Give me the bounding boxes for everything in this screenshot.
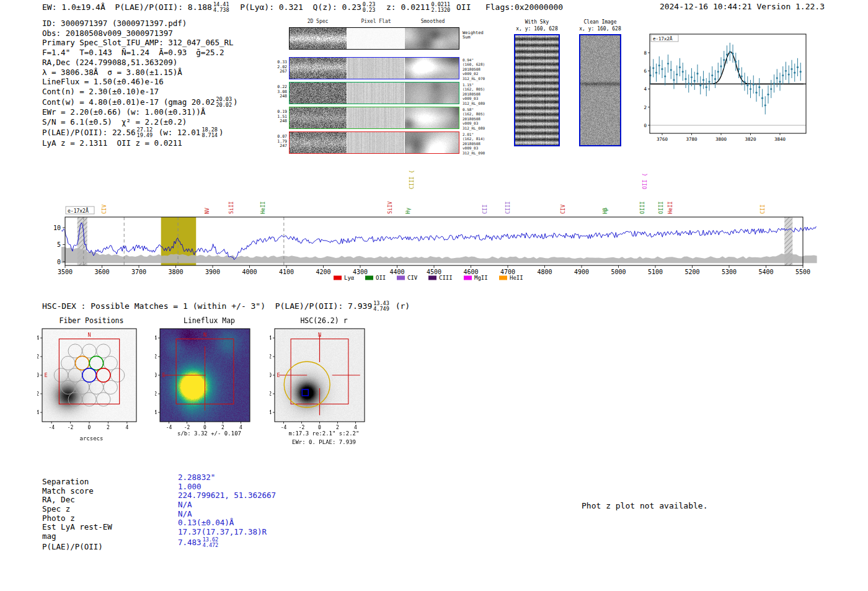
x-tick-label: 4400 xyxy=(389,269,404,275)
text-segment: P(LAE)/P(OII): 22.56 xyxy=(42,128,136,137)
text-segment: LineFlux = 1.50(±0.46)e-16 xyxy=(42,77,164,86)
data-point xyxy=(717,71,719,73)
data-point xyxy=(743,81,745,82)
text-segment: EW: 1.0±19.4Å P(LAE)/P(OII): 8.188 xyxy=(42,2,212,12)
div-shape: v009_02 xyxy=(463,71,485,76)
text-segment: Obs: 20180508v009_3000971397 xyxy=(42,29,173,38)
data-point xyxy=(655,72,657,74)
text-segment: S/N = 6.1(±0.5) χ² = 2.2(±0.2) xyxy=(42,117,187,127)
legend-swatch xyxy=(499,276,507,280)
clean-image-coords: x, y: 160, 628 xyxy=(574,25,626,32)
x-tick-label: -4 xyxy=(166,425,172,430)
data-point xyxy=(691,76,693,78)
fiber-positions-overlay: -4-2024-4-2024NE xyxy=(37,316,146,450)
emission-line-label: CIII xyxy=(505,202,511,214)
legend-swatch xyxy=(428,276,436,280)
text-segment: Cont(n) = 2.30(±0.10)e-17 xyxy=(42,87,159,96)
cutout-2dspec-image xyxy=(290,28,347,49)
info-line-5: λ = 3806.38Å σ = 3.80(±1.15)Å xyxy=(42,68,238,78)
div-shape: v009_03 xyxy=(463,96,485,100)
x-tick-label: 2 xyxy=(221,425,224,430)
match-value: 7.48313.624.472 xyxy=(178,538,219,547)
cutout-pixelflat-image xyxy=(347,58,404,79)
2d-spec-cutout-grid: 2D SpecPixel FlatSmoothedWeightedSum0.33… xyxy=(273,17,496,160)
full-spectrum-plot: 3500360037003800390040004100420043004400… xyxy=(0,164,868,288)
text-segment: 17.37(17.37,17.38)R xyxy=(178,527,267,536)
fiber-circle xyxy=(68,344,82,358)
info-line-1: Obs: 20180508v009_3000971397 xyxy=(42,29,238,38)
hsc-cutout-panel: HSC(26.2) r -4-2024-4-2024NE m:17.3 re:2… xyxy=(270,316,378,459)
div-shape: 20180508 xyxy=(463,67,485,71)
match-label: Est LyA rest-EW xyxy=(42,523,178,532)
axes-box xyxy=(42,329,136,422)
cutout-pixelflat-image xyxy=(347,82,404,104)
legend-label: CIV xyxy=(407,275,418,281)
text-segment: 224.799621, 51.362667 xyxy=(178,491,276,500)
data-point xyxy=(684,78,686,80)
clean-image-title: Clean Image xyxy=(574,19,626,25)
fiber-circle xyxy=(110,368,124,382)
emission-line-label: CII xyxy=(760,205,766,214)
legend-swatch xyxy=(464,276,472,280)
x-tick-label: 3500 xyxy=(58,269,73,275)
legend-label: HeII xyxy=(510,275,523,281)
x-tick-label: 5200 xyxy=(684,269,699,275)
x-tick-label: 5100 xyxy=(648,269,663,275)
info-line-10: S/N = 6.1(±0.5) χ² = 2.2(±0.2) xyxy=(42,117,238,127)
div-shape: 312_RL_089 xyxy=(463,101,485,105)
div-shape: 312_RL_090 xyxy=(463,151,485,155)
cutout-left-labels: 0.191.51248 xyxy=(273,110,287,124)
data-point xyxy=(773,82,775,84)
x-tick-label: 3840 xyxy=(774,136,786,142)
x-tick-label: 2 xyxy=(107,425,110,430)
fiber-positions-xlabel: arcsecs xyxy=(37,435,146,442)
emission-line-label: OIII xyxy=(658,202,664,214)
data-point xyxy=(696,73,698,74)
x-tick-label: 4 xyxy=(354,425,357,430)
span-shape: 4.749 xyxy=(373,306,389,312)
x-tick-label: -2 xyxy=(184,425,190,430)
div-shape: v009_03 xyxy=(463,121,485,125)
highlight-fiber-circle xyxy=(82,368,96,382)
div-shape: (162, 805) xyxy=(463,87,485,91)
x-tick-label: 0 xyxy=(318,425,321,430)
emission-line-label: NV xyxy=(204,208,210,214)
fiber-circle xyxy=(104,356,117,370)
data-point xyxy=(782,74,784,76)
data-point xyxy=(767,94,769,96)
div-shape: 248 xyxy=(273,119,287,124)
cutout-2dspec-image xyxy=(290,82,347,104)
data-point xyxy=(758,86,760,88)
cutout-pixelflat-image xyxy=(347,132,404,153)
x-tick-label: 3820 xyxy=(745,136,756,142)
y-tick-label: 4 xyxy=(155,335,157,341)
x-tick-label: 3800 xyxy=(168,269,183,275)
div-shape: 2.01" xyxy=(463,132,485,136)
text-segment: HSC-DEX : Possible Matches = 1 (within +… xyxy=(42,301,372,311)
cutout-row-3 xyxy=(289,107,459,129)
match-label: Spec z xyxy=(42,505,178,514)
y-tick-label: 4 xyxy=(270,335,272,341)
div-shape: (162, 805) xyxy=(463,112,485,116)
info-line-11: P(LAE)/P(OII): 22.5627.1219.49 (w: 12.01… xyxy=(42,127,238,138)
match-value: 2.28832" xyxy=(178,473,215,482)
div-shape: 0.58" xyxy=(463,107,485,112)
cutout-right-labels: WeightedSum xyxy=(463,31,484,40)
fiber-circle xyxy=(97,344,110,358)
x-tick-label: 4000 xyxy=(242,269,257,275)
y-tick-label: -2 xyxy=(270,391,272,397)
y-tick-label: 10 xyxy=(53,224,61,231)
stacked-value: 0.02112.1320 xyxy=(431,2,450,13)
data-point xyxy=(738,68,740,70)
match-row: Separation2.28832" xyxy=(42,478,276,487)
x-tick-label: -2 xyxy=(299,425,305,430)
text-segment: N/A xyxy=(178,509,192,518)
y-tick-label: 6 xyxy=(644,68,647,74)
info-line-2: Primary Spec_Slot_IFU_AMP: 312_047_065_R… xyxy=(42,38,238,48)
x-tick-label: 4200 xyxy=(316,269,330,275)
data-point xyxy=(788,74,790,76)
hsc-cutout-caption-2: EWr: 0. PLAE: 7.939 xyxy=(270,439,378,445)
data-point xyxy=(785,70,787,72)
y-tick-label: 2 xyxy=(37,354,39,360)
stacked-value: 27.1219.49 xyxy=(137,127,153,138)
